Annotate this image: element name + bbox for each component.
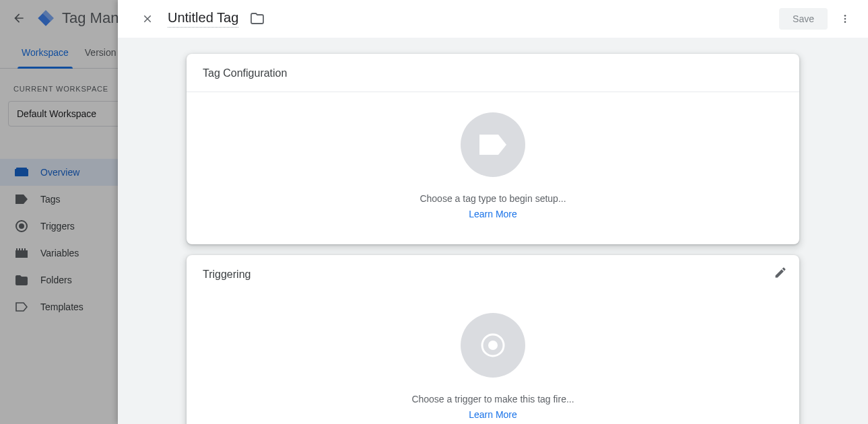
close-button[interactable] xyxy=(135,7,160,31)
more-options-button[interactable] xyxy=(833,7,857,31)
svg-point-11 xyxy=(844,21,846,23)
folder-button[interactable] xyxy=(246,8,268,30)
svg-point-10 xyxy=(844,17,846,20)
tag-configuration-card[interactable]: Tag Configuration Choose a tag type to b… xyxy=(187,54,799,244)
svg-point-9 xyxy=(844,15,846,17)
card-heading: Tag Configuration xyxy=(187,54,799,92)
edit-trigger-button[interactable] xyxy=(774,266,787,279)
svg-point-13 xyxy=(488,341,498,350)
tag-editor-panel: Untitled Tag Save Tag Configuration Choo… xyxy=(118,0,868,424)
tag-placeholder-icon xyxy=(461,112,525,177)
learn-more-link[interactable]: Learn More xyxy=(469,409,517,420)
save-button[interactable]: Save xyxy=(779,8,828,30)
learn-more-link[interactable]: Learn More xyxy=(469,209,517,219)
trigger-placeholder-icon xyxy=(461,313,525,378)
card-heading: Triggering xyxy=(187,255,799,293)
tag-title-input[interactable]: Untitled Tag xyxy=(168,10,238,28)
card-message: Choose a tag type to begin setup... xyxy=(203,193,783,204)
card-message: Choose a trigger to make this tag fire..… xyxy=(203,394,783,404)
triggering-card[interactable]: Triggering Choose a trigger to make this… xyxy=(187,255,799,424)
